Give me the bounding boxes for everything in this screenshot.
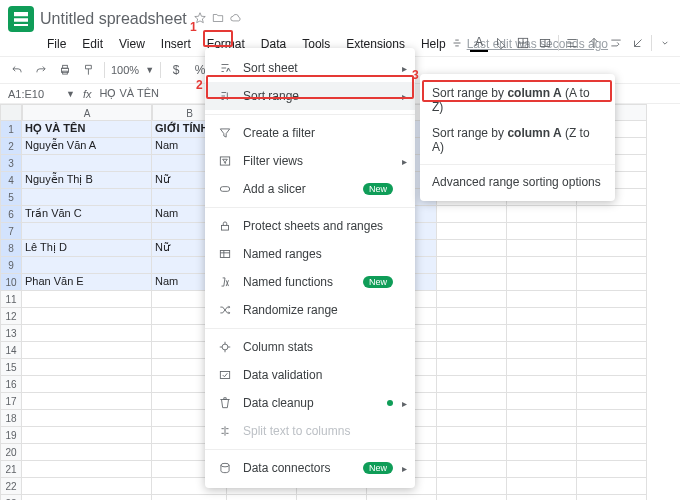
row-header[interactable]: 2 — [0, 138, 22, 155]
cell[interactable]: Lê Thị D — [22, 240, 152, 257]
menu-filter-views[interactable]: Filter views▸ — [205, 147, 415, 175]
cell[interactable] — [577, 240, 647, 257]
cell[interactable] — [367, 495, 437, 500]
cell[interactable]: HỌ VÀ TÊN — [22, 121, 152, 138]
cell[interactable] — [507, 206, 577, 223]
menu-column-stats[interactable]: Column stats — [205, 333, 415, 361]
cell[interactable] — [507, 427, 577, 444]
row-header[interactable]: 15 — [0, 359, 22, 376]
menu-add-slicer[interactable]: Add a slicerNew — [205, 175, 415, 203]
cell[interactable] — [22, 478, 152, 495]
cell[interactable] — [22, 359, 152, 376]
cell[interactable] — [437, 461, 507, 478]
cell[interactable] — [577, 427, 647, 444]
menu-data-validation[interactable]: Data validation — [205, 361, 415, 389]
cell[interactable] — [437, 478, 507, 495]
cell[interactable] — [437, 223, 507, 240]
cell[interactable] — [22, 189, 152, 206]
row-header[interactable]: 8 — [0, 240, 22, 257]
cell[interactable] — [507, 444, 577, 461]
menu-protect[interactable]: Protect sheets and ranges — [205, 212, 415, 240]
cell[interactable] — [22, 495, 152, 500]
row-header[interactable]: 18 — [0, 410, 22, 427]
menu-view[interactable]: View — [116, 36, 148, 52]
cell[interactable] — [437, 376, 507, 393]
strikethrough-icon[interactable] — [448, 34, 466, 52]
cell[interactable] — [577, 410, 647, 427]
paint-format-icon[interactable] — [80, 61, 98, 79]
cell[interactable] — [437, 495, 507, 500]
menu-data-connectors[interactable]: Data connectorsNew▸ — [205, 454, 415, 482]
undo-icon[interactable] — [8, 61, 26, 79]
fill-color-icon[interactable] — [492, 34, 510, 52]
row-header[interactable]: 12 — [0, 308, 22, 325]
cell[interactable] — [507, 410, 577, 427]
cell[interactable] — [577, 223, 647, 240]
cell[interactable] — [577, 376, 647, 393]
cell[interactable] — [437, 291, 507, 308]
formula-input[interactable]: HỌ VÀ TÊN — [99, 87, 159, 100]
name-box[interactable]: A1:E10 — [8, 88, 58, 100]
cell[interactable] — [22, 393, 152, 410]
row-header[interactable]: 22 — [0, 478, 22, 495]
menu-insert[interactable]: Insert — [158, 36, 194, 52]
row-header[interactable]: 14 — [0, 342, 22, 359]
cell[interactable] — [577, 393, 647, 410]
menu-randomize[interactable]: Randomize range — [205, 296, 415, 324]
cell[interactable] — [22, 427, 152, 444]
menu-file[interactable]: File — [44, 36, 69, 52]
print-icon[interactable] — [56, 61, 74, 79]
move-icon[interactable] — [211, 11, 225, 28]
row-header[interactable]: 7 — [0, 223, 22, 240]
cell[interactable]: Nguyễn Thị B — [22, 172, 152, 189]
cell[interactable] — [437, 206, 507, 223]
row-header[interactable]: 6 — [0, 206, 22, 223]
cell[interactable] — [507, 495, 577, 500]
cell[interactable] — [22, 410, 152, 427]
cell[interactable] — [437, 308, 507, 325]
advanced-sort[interactable]: Advanced range sorting options — [420, 169, 615, 195]
cell[interactable] — [22, 223, 152, 240]
row-header[interactable]: 13 — [0, 325, 22, 342]
select-all-corner[interactable] — [0, 104, 22, 121]
more-icon[interactable] — [656, 34, 674, 52]
cell[interactable] — [507, 325, 577, 342]
row-header[interactable]: 19 — [0, 427, 22, 444]
menu-data-cleanup[interactable]: Data cleanup▸ — [205, 389, 415, 417]
cell[interactable] — [507, 393, 577, 410]
doc-title[interactable]: Untitled spreadsheet — [40, 10, 187, 28]
cell[interactable] — [437, 410, 507, 427]
cell[interactable] — [437, 393, 507, 410]
cell[interactable] — [577, 308, 647, 325]
col-header-A[interactable]: A — [22, 104, 152, 121]
cell[interactable] — [22, 376, 152, 393]
row-header[interactable]: 10 — [0, 274, 22, 291]
cell[interactable] — [22, 325, 152, 342]
borders-icon[interactable] — [514, 34, 532, 52]
cloud-icon[interactable] — [229, 11, 243, 28]
menu-help[interactable]: Help — [418, 36, 449, 52]
row-header[interactable]: 4 — [0, 172, 22, 189]
cell[interactable] — [507, 257, 577, 274]
row-header[interactable]: 16 — [0, 376, 22, 393]
cell[interactable] — [437, 240, 507, 257]
row-header[interactable]: 9 — [0, 257, 22, 274]
row-header[interactable]: 3 — [0, 155, 22, 172]
merge-icon[interactable] — [536, 34, 554, 52]
cell[interactable] — [577, 478, 647, 495]
row-header[interactable]: 23 — [0, 495, 22, 500]
cell[interactable] — [22, 291, 152, 308]
cell[interactable]: Trần Văn C — [22, 206, 152, 223]
row-header[interactable]: 1 — [0, 121, 22, 138]
cell[interactable] — [507, 274, 577, 291]
cell[interactable] — [437, 274, 507, 291]
cell[interactable] — [577, 274, 647, 291]
redo-icon[interactable] — [32, 61, 50, 79]
zoom-select[interactable]: 100% — [111, 64, 139, 76]
sort-range-ztoa[interactable]: Sort range by column A (Z to A) — [420, 120, 615, 160]
cell[interactable] — [22, 342, 152, 359]
cell[interactable] — [22, 308, 152, 325]
rotate-icon[interactable] — [629, 34, 647, 52]
cell[interactable] — [22, 257, 152, 274]
cell[interactable] — [577, 359, 647, 376]
